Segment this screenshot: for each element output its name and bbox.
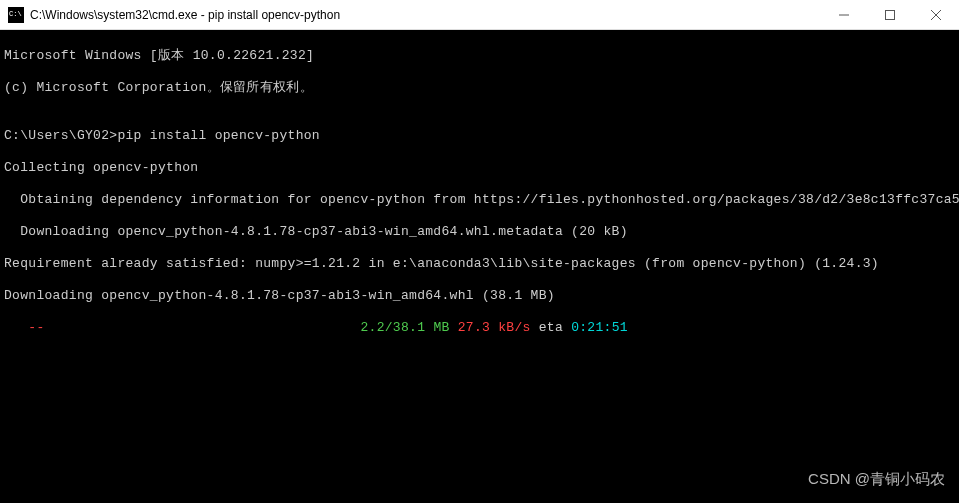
watermark-text: CSDN @青铜小码农	[808, 470, 945, 489]
cmd-icon	[8, 7, 24, 23]
minimize-button[interactable]	[821, 0, 867, 29]
terminal-line: Microsoft Windows [版本 10.0.22621.232]	[4, 48, 955, 64]
progress-bar: --	[28, 320, 44, 335]
progress-speed: 27.3 kB/s	[450, 320, 531, 335]
progress-indent	[4, 320, 28, 335]
close-button[interactable]	[913, 0, 959, 29]
terminal-line: Obtaining dependency information for ope…	[4, 192, 955, 208]
terminal-prompt-line: C:\Users\GY02>pip install opencv-python	[4, 128, 955, 144]
maximize-icon	[885, 10, 895, 20]
window-title: C:\Windows\system32\cmd.exe - pip instal…	[30, 8, 821, 22]
progress-size: 2.2/38.1 MB	[360, 320, 449, 335]
window-titlebar: C:\Windows\system32\cmd.exe - pip instal…	[0, 0, 959, 30]
terminal-line: Downloading opencv_python-4.8.1.78-cp37-…	[4, 288, 955, 304]
terminal-line: (c) Microsoft Corporation。保留所有权利。	[4, 80, 955, 96]
progress-eta-label: eta	[531, 320, 572, 335]
minimize-icon	[839, 10, 849, 20]
close-icon	[931, 10, 941, 20]
progress-eta: 0:21:51	[571, 320, 628, 335]
terminal-line: Collecting opencv-python	[4, 160, 955, 176]
svg-rect-1	[886, 10, 895, 19]
maximize-button[interactable]	[867, 0, 913, 29]
window-controls	[821, 0, 959, 29]
terminal-line: Requirement already satisfied: numpy>=1.…	[4, 256, 955, 272]
terminal-line: Downloading opencv_python-4.8.1.78-cp37-…	[4, 224, 955, 240]
progress-line: -- 2.2/38.1 MB 27.3 kB/s eta 0:21:51	[4, 320, 955, 336]
terminal-output[interactable]: Microsoft Windows [版本 10.0.22621.232] (c…	[0, 30, 959, 354]
progress-pad	[45, 320, 361, 335]
